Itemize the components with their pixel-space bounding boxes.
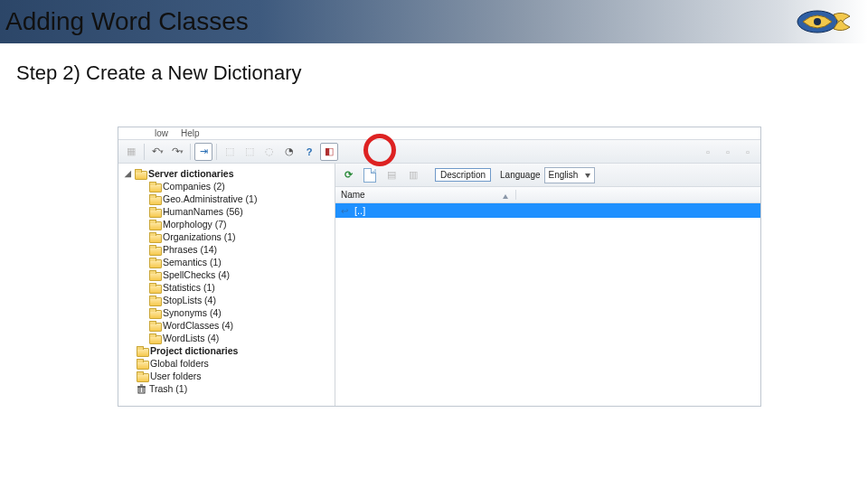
redo-button[interactable]: ↷▾ xyxy=(168,143,186,161)
tree-label: Phrases (14) xyxy=(163,244,217,255)
undo-icon: ↶ xyxy=(152,145,160,157)
collapse-icon[interactable]: ◢ xyxy=(124,169,132,178)
brand-logo-icon xyxy=(792,2,855,42)
column-name-label: Name xyxy=(341,190,365,200)
dictionary-list: ↩ [..] xyxy=(335,203,760,406)
folder-icon xyxy=(149,207,160,216)
tree-node[interactable]: Global folders xyxy=(122,357,335,370)
toolbar-button-disabled-1: ⬚ xyxy=(221,143,239,161)
step-instruction: Step 2) Create a New Dictionary xyxy=(0,43,868,85)
new-document-icon xyxy=(363,168,376,183)
folder-icon xyxy=(149,333,160,343)
toolbar-button-right-1[interactable]: ▫ xyxy=(699,143,717,161)
tree-node[interactable]: Morphology (7) xyxy=(122,218,335,230)
tree-node[interactable]: SpellChecks (4) xyxy=(122,268,335,281)
clock-button[interactable]: ◔ xyxy=(280,143,298,161)
folder-icon xyxy=(149,245,160,254)
undo-button[interactable]: ↶▾ xyxy=(148,143,166,161)
tree-node[interactable]: Statistics (1) xyxy=(122,281,335,294)
toolbar-button-disabled-2: ⬚ xyxy=(241,143,259,161)
tree-node-server-dictionaries[interactable]: ◢ Server dictionaries xyxy=(122,167,335,180)
menu-item-help[interactable]: Help xyxy=(181,128,200,138)
help-button[interactable]: ? xyxy=(300,143,318,161)
toolbar-button-right-3[interactable]: ▫ xyxy=(739,143,757,161)
help-icon: ? xyxy=(307,146,313,157)
svg-rect-2 xyxy=(138,387,145,393)
tree-node[interactable]: User folders xyxy=(122,370,335,382)
slide-title-bar: Adding Word Classes xyxy=(0,0,868,43)
toolbar-separator xyxy=(144,144,145,160)
folder-icon xyxy=(149,321,160,330)
toolbar2-button-1[interactable]: ▤ xyxy=(382,166,401,184)
folder-icon xyxy=(137,359,147,368)
tree-label: Synonyms (4) xyxy=(163,307,222,318)
list-column-header[interactable]: Name xyxy=(335,187,760,203)
tree-label: User folders xyxy=(150,371,202,381)
folder-icon xyxy=(137,346,147,355)
tree-node[interactable]: Organizations (1) xyxy=(122,230,335,243)
refresh-icon: ⟳ xyxy=(344,169,353,181)
dictionary-tree-pane: ◢ Server dictionaries Companies (2)Geo.A… xyxy=(118,164,335,406)
description-label: Description xyxy=(440,170,486,180)
folder-icon xyxy=(149,194,160,203)
content-pane: ⟳ ▤ ▥ Description Language English Name xyxy=(335,164,760,406)
folder-icon xyxy=(149,270,160,279)
tree-label: Geo.Administrative (1) xyxy=(163,193,257,204)
description-field[interactable]: Description xyxy=(435,168,491,182)
toolbar-separator xyxy=(190,144,191,160)
tree-node[interactable]: Phrases (14) xyxy=(122,243,335,256)
language-label: Language xyxy=(500,170,541,180)
sort-ascending-icon xyxy=(503,194,508,199)
tree-label: Project dictionaries xyxy=(150,345,238,356)
bookmark-icon: ◧ xyxy=(325,145,334,157)
folder-icon xyxy=(149,283,160,292)
tree-node[interactable]: Geo.Administrative (1) xyxy=(122,192,335,205)
tree-label: Trash (1) xyxy=(149,383,187,394)
tree-node[interactable]: Trash (1) xyxy=(122,382,335,395)
tree-node[interactable]: Semantics (1) xyxy=(122,256,335,268)
tree-node[interactable]: Companies (2) xyxy=(122,180,335,192)
tree-node[interactable]: HumanNames (56) xyxy=(122,205,335,218)
folder-icon xyxy=(149,258,160,267)
tree-label: SpellChecks (4) xyxy=(163,269,230,280)
list-item-label: [..] xyxy=(354,205,365,216)
up-arrow-icon: ↩ xyxy=(339,205,350,216)
tree-node[interactable]: StopLists (4) xyxy=(122,294,335,306)
exit-icon: ⇥ xyxy=(200,145,208,157)
toolbar2-button-2[interactable]: ▥ xyxy=(404,166,422,184)
folder-icon xyxy=(149,308,160,317)
toolbar-button-disabled-3: ◌ xyxy=(260,143,278,161)
toolbar-button-right-2[interactable]: ▫ xyxy=(719,143,737,161)
menu-bar-fragment: low Help xyxy=(118,127,760,140)
application-window: low Help ▦ ↶▾ ↷▾ ⇥ ⬚ ⬚ ◌ ◔ ? ◧ ▫ ▫ ▫ ◢ S… xyxy=(118,127,761,407)
list-row-parent-dir[interactable]: ↩ [..] xyxy=(335,203,760,218)
tree-label: WordClasses (4) xyxy=(163,320,233,331)
tree-node[interactable]: WordClasses (4) xyxy=(122,319,335,332)
redo-icon: ↷ xyxy=(172,145,180,157)
menu-item-fragment[interactable]: low xyxy=(155,128,168,138)
toolbar-separator xyxy=(216,144,217,160)
folder-icon xyxy=(149,232,160,241)
exit-button[interactable]: ⇥ xyxy=(194,143,212,161)
main-toolbar: ▦ ↶▾ ↷▾ ⇥ ⬚ ⬚ ◌ ◔ ? ◧ ▫ ▫ ▫ xyxy=(118,140,760,164)
slide-title: Adding Word Classes xyxy=(5,7,249,36)
tree-node[interactable]: Synonyms (4) xyxy=(122,306,335,319)
tree-label: StopLists (4) xyxy=(163,295,216,305)
folder-icon xyxy=(149,220,160,229)
svg-point-1 xyxy=(814,18,821,25)
tree-node[interactable]: WordLists (4) xyxy=(122,332,335,344)
tree-node[interactable]: Project dictionaries xyxy=(122,344,335,357)
bookmark-button[interactable]: ◧ xyxy=(320,143,338,161)
clock-icon: ◔ xyxy=(285,145,294,157)
new-dictionary-button[interactable] xyxy=(361,166,379,184)
tree-label: HumanNames (56) xyxy=(163,206,243,217)
toolbar-button-generic-1[interactable]: ▦ xyxy=(122,143,140,161)
refresh-button[interactable]: ⟳ xyxy=(339,166,357,184)
content-toolbar: ⟳ ▤ ▥ Description Language English xyxy=(335,164,760,187)
tree-label: WordLists (4) xyxy=(163,333,219,343)
language-dropdown[interactable]: English xyxy=(544,167,596,183)
tree-label: Global folders xyxy=(150,358,209,369)
folder-icon xyxy=(149,296,160,305)
tree-label: Organizations (1) xyxy=(163,231,236,242)
trash-icon xyxy=(137,384,146,394)
